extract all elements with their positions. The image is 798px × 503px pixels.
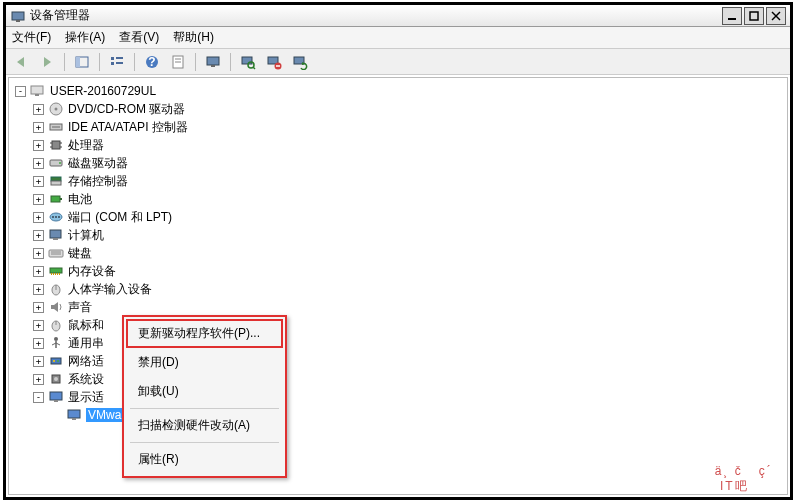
tree-category-port[interactable]: +端口 (COM 和 LPT) bbox=[9, 208, 787, 226]
svg-rect-57 bbox=[59, 273, 60, 275]
memory-icon bbox=[48, 263, 64, 279]
toolbar-forward-button[interactable] bbox=[36, 51, 58, 73]
tree-category-computer[interactable]: +计算机 bbox=[9, 226, 787, 244]
context-item[interactable]: 禁用(D) bbox=[126, 348, 283, 377]
expander-icon[interactable]: + bbox=[33, 158, 44, 169]
menu-view[interactable]: 查看(V) bbox=[119, 29, 159, 46]
menu-help[interactable]: 帮助(H) bbox=[173, 29, 214, 46]
tree-category-ide[interactable]: +IDE ATA/ATAPI 控制器 bbox=[9, 118, 787, 136]
toolbar-panel-button[interactable] bbox=[71, 51, 93, 73]
context-separator bbox=[130, 442, 279, 443]
svg-rect-40 bbox=[51, 181, 61, 185]
window-controls bbox=[722, 7, 786, 25]
context-item[interactable]: 更新驱动程序软件(P)... bbox=[126, 319, 283, 348]
svg-rect-26 bbox=[31, 86, 43, 94]
tree-category-disk[interactable]: +磁盘驱动器 bbox=[9, 154, 787, 172]
toolbar-tree-view-button[interactable] bbox=[106, 51, 128, 73]
toolbar-separator bbox=[195, 53, 196, 71]
sound-icon bbox=[48, 299, 64, 315]
svg-line-21 bbox=[253, 67, 255, 69]
menu-file[interactable]: 文件(F) bbox=[12, 29, 51, 46]
node-label[interactable]: 存储控制器 bbox=[68, 173, 128, 190]
svg-rect-47 bbox=[50, 230, 61, 238]
keyboard-icon bbox=[48, 245, 64, 261]
toolbar-monitor-button[interactable] bbox=[202, 51, 224, 73]
svg-rect-48 bbox=[53, 238, 58, 240]
toolbar-help-button[interactable]: ? bbox=[141, 51, 163, 73]
close-button[interactable] bbox=[766, 7, 786, 25]
svg-rect-0 bbox=[12, 12, 24, 20]
expander-icon[interactable]: + bbox=[33, 338, 44, 349]
node-label[interactable]: 声音 bbox=[68, 299, 92, 316]
context-menu[interactable]: 更新驱动程序软件(P)...禁用(D)卸载(U)扫描检测硬件改动(A)属性(R) bbox=[122, 315, 287, 478]
node-label[interactable]: USER-20160729UL bbox=[50, 84, 156, 98]
context-item[interactable]: 扫描检测硬件改动(A) bbox=[126, 411, 283, 440]
expander-icon[interactable]: + bbox=[33, 176, 44, 187]
menu-action[interactable]: 操作(A) bbox=[65, 29, 105, 46]
toolbar-back-button[interactable] bbox=[10, 51, 32, 73]
node-label[interactable]: 系统设 bbox=[68, 371, 104, 388]
toolbar-separator bbox=[64, 53, 65, 71]
svg-rect-73 bbox=[68, 410, 80, 418]
tree-root[interactable]: -USER-20160729UL bbox=[9, 82, 787, 100]
node-label[interactable]: 显示适 bbox=[68, 389, 104, 406]
node-label[interactable]: 键盘 bbox=[68, 245, 92, 262]
titlebar[interactable]: 设备管理器 bbox=[6, 5, 790, 27]
expander-icon[interactable]: + bbox=[33, 320, 44, 331]
mouse-icon bbox=[48, 317, 64, 333]
node-label[interactable]: 人体学输入设备 bbox=[68, 281, 152, 298]
expander-icon[interactable]: + bbox=[33, 104, 44, 115]
tree-category-sound[interactable]: +声音 bbox=[9, 298, 787, 316]
tree-category-cdrom[interactable]: +DVD/CD-ROM 驱动器 bbox=[9, 100, 787, 118]
expander-icon[interactable]: + bbox=[33, 122, 44, 133]
node-label[interactable]: 内存设备 bbox=[68, 263, 116, 280]
toolbar-update-hw-button[interactable] bbox=[289, 51, 311, 73]
tree-category-memory[interactable]: +内存设备 bbox=[9, 262, 787, 280]
node-label[interactable]: 通用串 bbox=[68, 335, 104, 352]
node-label[interactable]: 处理器 bbox=[68, 137, 104, 154]
toolbar-remove-hw-button[interactable] bbox=[263, 51, 285, 73]
node-label[interactable]: 磁盘驱动器 bbox=[68, 155, 128, 172]
toolbar: ? bbox=[6, 49, 790, 75]
tree-category-storage[interactable]: +存储控制器 bbox=[9, 172, 787, 190]
app-icon bbox=[10, 8, 26, 24]
svg-point-29 bbox=[55, 108, 58, 111]
node-label[interactable]: 电池 bbox=[68, 191, 92, 208]
battery-icon bbox=[48, 191, 64, 207]
svg-rect-71 bbox=[50, 392, 62, 400]
expander-icon[interactable]: + bbox=[33, 266, 44, 277]
node-label[interactable]: 计算机 bbox=[68, 227, 104, 244]
svg-rect-52 bbox=[50, 268, 62, 273]
svg-rect-17 bbox=[207, 57, 219, 65]
node-label[interactable]: DVD/CD-ROM 驱动器 bbox=[68, 101, 185, 118]
expander-icon[interactable]: + bbox=[33, 194, 44, 205]
expander-icon[interactable]: + bbox=[33, 212, 44, 223]
toolbar-separator bbox=[230, 53, 231, 71]
maximize-button[interactable] bbox=[744, 7, 764, 25]
window-title: 设备管理器 bbox=[30, 7, 722, 24]
device-tree[interactable]: -USER-20160729UL+DVD/CD-ROM 驱动器+IDE ATA/… bbox=[8, 77, 788, 495]
expander-icon[interactable]: + bbox=[33, 356, 44, 367]
expander-icon[interactable]: + bbox=[33, 140, 44, 151]
toolbar-scan-hw-button[interactable] bbox=[237, 51, 259, 73]
tree-category-battery[interactable]: +电池 bbox=[9, 190, 787, 208]
expander-icon[interactable]: - bbox=[33, 392, 44, 403]
tree-category-keyboard[interactable]: +键盘 bbox=[9, 244, 787, 262]
tree-category-cpu[interactable]: +处理器 bbox=[9, 136, 787, 154]
node-label[interactable]: 网络适 bbox=[68, 353, 104, 370]
expander-icon[interactable]: + bbox=[33, 248, 44, 259]
node-label[interactable]: 鼠标和 bbox=[68, 317, 104, 334]
minimize-button[interactable] bbox=[722, 7, 742, 25]
node-label[interactable]: 端口 (COM 和 LPT) bbox=[68, 209, 172, 226]
storage-icon bbox=[48, 173, 64, 189]
expander-icon[interactable]: + bbox=[33, 284, 44, 295]
expander-icon[interactable]: - bbox=[15, 86, 26, 97]
expander-icon[interactable]: + bbox=[33, 374, 44, 385]
expander-icon[interactable]: + bbox=[33, 230, 44, 241]
expander-icon[interactable]: + bbox=[33, 302, 44, 313]
context-item[interactable]: 卸载(U) bbox=[126, 377, 283, 406]
tree-category-hid[interactable]: +人体学输入设备 bbox=[9, 280, 787, 298]
toolbar-properties-button[interactable] bbox=[167, 51, 189, 73]
context-item[interactable]: 属性(R) bbox=[126, 445, 283, 474]
node-label[interactable]: IDE ATA/ATAPI 控制器 bbox=[68, 119, 188, 136]
